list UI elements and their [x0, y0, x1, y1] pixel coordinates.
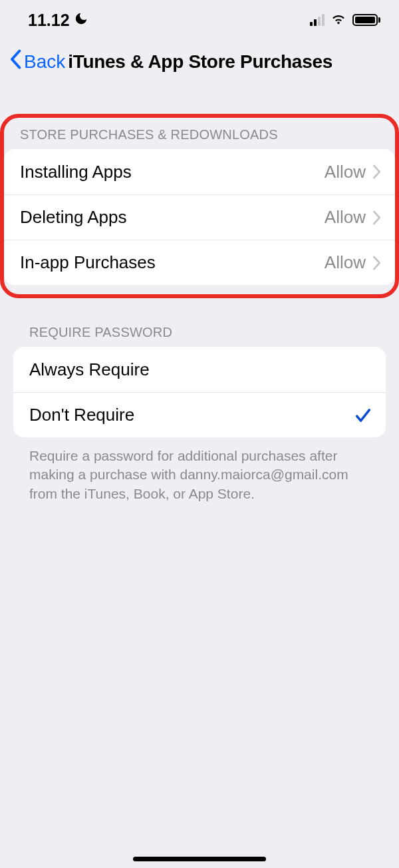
- battery-icon: [352, 14, 380, 26]
- row-dont-require[interactable]: Don't Require: [13, 392, 386, 437]
- row-value: Allow: [325, 252, 366, 273]
- row-label: Don't Require: [29, 405, 134, 425]
- checkmark-icon: [354, 406, 372, 425]
- back-button[interactable]: Back: [8, 49, 65, 74]
- row-installing-apps[interactable]: Installing Apps Allow: [4, 149, 395, 194]
- chevron-right-icon: [372, 210, 382, 225]
- back-label: Back: [24, 51, 65, 73]
- section-footer-note: Require a password for additional purcha…: [13, 437, 386, 503]
- store-purchases-card: Installing Apps Allow Deleting Apps Allo…: [4, 149, 395, 285]
- do-not-disturb-icon: [74, 11, 88, 30]
- cellular-signal-icon: [310, 14, 325, 26]
- row-label: Always Require: [29, 359, 150, 380]
- section-header-store: STORE PURCHASES & REDOWNLOADS: [4, 127, 395, 149]
- page-title: iTunes & App Store Purchases: [68, 51, 332, 73]
- require-password-card: Always Require Don't Require: [13, 347, 386, 437]
- home-indicator[interactable]: [133, 857, 266, 861]
- status-right: [310, 9, 380, 31]
- status-bar: 11.12: [0, 0, 399, 40]
- row-always-require[interactable]: Always Require: [13, 347, 386, 392]
- wifi-icon: [330, 9, 347, 31]
- row-label: Deleting Apps: [20, 207, 126, 228]
- section-header-password: REQUIRE PASSWORD: [13, 325, 386, 347]
- row-label: Installing Apps: [20, 162, 132, 182]
- require-password-section: REQUIRE PASSWORD Always Require Don't Re…: [0, 325, 399, 503]
- store-purchases-section: STORE PURCHASES & REDOWNLOADS Installing…: [0, 114, 399, 298]
- nav-header: Back iTunes & App Store Purchases: [0, 40, 399, 90]
- row-deleting-apps[interactable]: Deleting Apps Allow: [4, 194, 395, 240]
- row-label: In-app Purchases: [20, 252, 156, 273]
- chevron-right-icon: [372, 164, 382, 179]
- chevron-left-icon: [8, 49, 23, 74]
- status-left: 11.12: [28, 11, 88, 30]
- row-value: Allow: [325, 207, 366, 228]
- row-in-app-purchases[interactable]: In-app Purchases Allow: [4, 240, 395, 285]
- row-value: Allow: [325, 162, 366, 182]
- status-time: 11.12: [28, 11, 70, 30]
- chevron-right-icon: [372, 256, 382, 270]
